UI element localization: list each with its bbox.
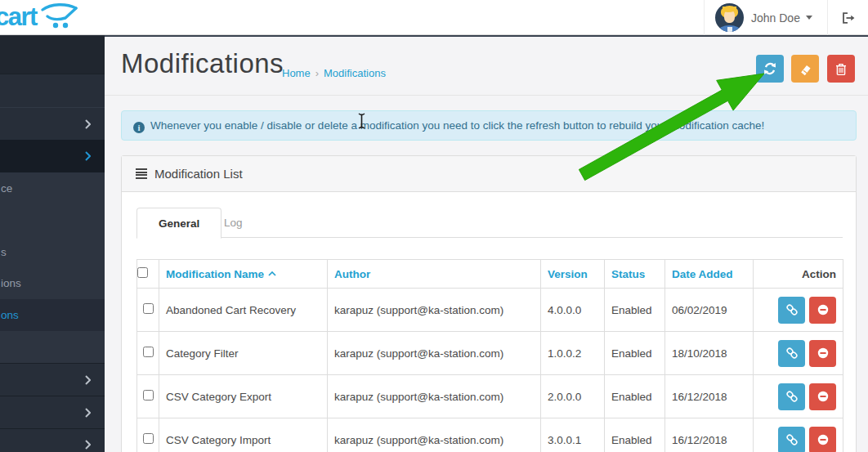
cell-author: karapuz (support@ka-station.com) [328,418,541,452]
info-alert: Whenever you enable / disable or delete … [121,110,857,141]
modification-list-panel: Modification List General Log Modificati… [121,155,857,452]
table-row: CSV Category Import karapuz (support@ka-… [137,418,843,452]
sidebar-subitem[interactable]: ions [0,267,105,299]
disable-modification-button[interactable] [809,427,836,452]
breadcrumb-home-link[interactable]: Home [282,67,311,79]
breadcrumb-separator: › [315,67,319,79]
cell-status: Enabled [605,289,665,332]
table-header-row: Modification Name Author Version Status … [137,260,843,289]
eraser-icon [799,62,812,76]
cell-date: 16/12/2018 [665,418,754,452]
breadcrumb-current-link[interactable]: Modifications [324,67,386,79]
column-header-name[interactable]: Modification Name [159,260,328,289]
minus-circle-icon [817,303,830,316]
link-icon [785,347,799,360]
avatar [715,3,744,32]
sidebar-submenu: ce s ions ons [0,172,105,363]
select-all-checkbox[interactable] [137,267,148,278]
alert-text: Whenever you enable / disable or delete … [150,119,764,132]
row-checkbox[interactable] [143,347,154,357]
sidebar-item-5[interactable] [0,363,105,396]
column-header-status[interactable]: Status [605,260,665,289]
column-header-version[interactable]: Version [541,260,605,289]
cell-name: Abandoned Cart Recovery [159,289,328,332]
chevron-right-icon [85,375,91,385]
logo-text: cart [0,1,37,34]
sidebar-subitem-installer[interactable] [0,204,105,236]
sidebar-item-2[interactable] [0,74,105,107]
table-row: Abandoned Cart Recovery karapuz (support… [137,289,843,332]
row-checkbox[interactable] [143,390,154,401]
toggle-modification-button[interactable] [778,427,805,452]
link-icon [785,303,799,316]
cell-status: Enabled [605,418,665,452]
trash-icon [834,62,848,76]
sidebar-item-1[interactable] [0,36,105,74]
cell-status: Enabled [605,332,665,375]
info-icon [133,122,145,133]
page-title: Modifications [121,48,284,79]
disable-modification-button[interactable] [809,340,836,367]
delete-button[interactable] [827,55,855,83]
chevron-right-icon [85,151,91,161]
table-row: CSV Category Export karapuz (support@ka-… [137,375,843,418]
main-content: Modifications Home›Modifications [105,37,868,452]
panel-title: Modification List [154,167,243,181]
table-row: Category Filter karapuz (support@ka-stat… [137,332,843,375]
cell-date: 06/02/2019 [665,289,754,332]
column-header-date[interactable]: Date Added [665,260,754,289]
sidebar-subitem-modifications[interactable]: ons [0,299,105,331]
sidebar-subitem-extensions[interactable]: s [0,236,105,268]
sidebar-item-3[interactable] [0,107,105,140]
minus-circle-icon [817,433,830,446]
sidebar-item-7[interactable] [0,428,105,452]
list-icon [136,168,147,179]
toggle-modification-button[interactable] [778,297,805,324]
chevron-right-icon [85,408,91,418]
user-name: John Doe [751,11,800,25]
chevron-right-icon [85,119,91,129]
column-header-author[interactable]: Author [328,260,541,289]
cell-version: 2.0.0.0 [541,375,605,418]
refresh-button[interactable] [756,55,784,83]
cell-version: 3.0.0.1 [541,418,605,452]
link-icon [785,433,799,446]
clear-button[interactable] [791,55,819,83]
tabs: General Log [136,208,843,238]
disable-modification-button[interactable] [809,383,836,410]
cell-date: 18/10/2018 [665,332,754,375]
cell-author: karapuz (support@ka-station.com) [328,332,541,375]
sidebar-item-extensions[interactable] [0,140,105,172]
cell-name: CSV Category Import [159,418,328,452]
user-menu[interactable]: John Doe [704,0,828,35]
cell-version: 1.0.0.2 [541,332,605,375]
cart-icon [40,1,79,30]
cell-name: CSV Category Export [159,375,328,418]
logo[interactable]: cart [0,0,105,35]
tab-log[interactable]: Log [203,208,264,238]
cell-date: 16/12/2018 [665,375,754,418]
caret-down-icon [806,16,812,20]
refresh-icon [763,62,776,75]
row-checkbox[interactable] [143,433,154,444]
minus-circle-icon [817,390,830,403]
page-header: Modifications Home›Modifications [105,37,868,96]
sidebar-subitem-events[interactable] [0,331,105,363]
disable-modification-button[interactable] [809,297,836,324]
sidebar-item-6[interactable] [0,396,105,428]
modification-table: Modification Name Author Version Status … [136,259,843,452]
toggle-modification-button[interactable] [778,340,805,367]
top-header: cart John Doe [0,0,868,35]
breadcrumb: Home›Modifications [282,67,386,79]
cell-version: 4.0.0.0 [541,289,605,332]
logout-button[interactable] [829,0,868,35]
minus-circle-icon [817,347,830,360]
link-icon [785,390,799,403]
column-header-action: Action [754,260,843,289]
sidebar-subitem-marketplace[interactable]: ce [0,172,105,204]
sidebar-nav: ce s ions ons [0,35,105,452]
sign-out-icon [841,11,856,25]
row-checkbox[interactable] [143,303,154,314]
toggle-modification-button[interactable] [778,383,805,410]
header-shadow [105,35,868,37]
